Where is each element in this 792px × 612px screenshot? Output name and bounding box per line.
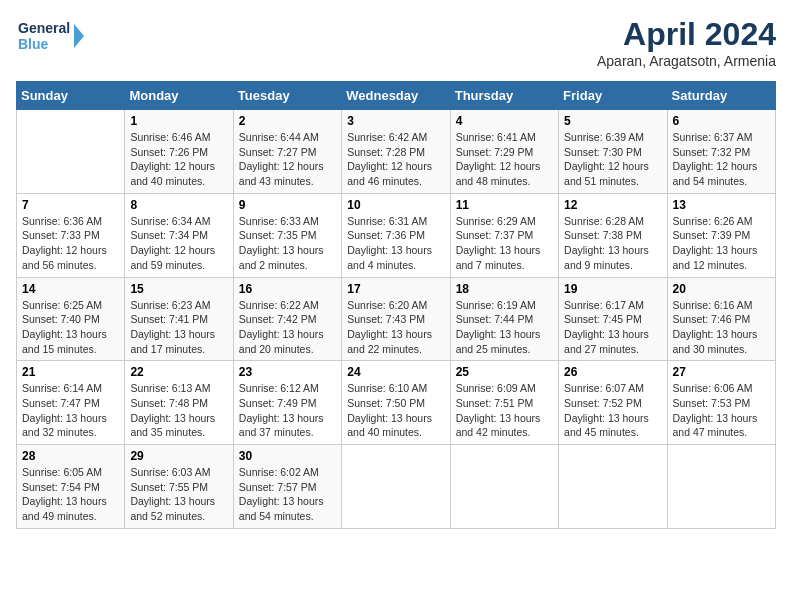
- day-number: 20: [673, 282, 770, 296]
- calendar-cell: 6Sunrise: 6:37 AM Sunset: 7:32 PM Daylig…: [667, 110, 775, 194]
- title-block: April 2024 Aparan, Aragatsotn, Armenia: [597, 16, 776, 69]
- day-number: 17: [347, 282, 444, 296]
- day-info: Sunrise: 6:29 AM Sunset: 7:37 PM Dayligh…: [456, 214, 553, 273]
- day-info: Sunrise: 6:09 AM Sunset: 7:51 PM Dayligh…: [456, 381, 553, 440]
- calendar-cell: [342, 445, 450, 529]
- calendar-cell: 22Sunrise: 6:13 AM Sunset: 7:48 PM Dayli…: [125, 361, 233, 445]
- day-number: 30: [239, 449, 336, 463]
- day-number: 5: [564, 114, 661, 128]
- day-info: Sunrise: 6:13 AM Sunset: 7:48 PM Dayligh…: [130, 381, 227, 440]
- day-info: Sunrise: 6:46 AM Sunset: 7:26 PM Dayligh…: [130, 130, 227, 189]
- calendar-cell: 15Sunrise: 6:23 AM Sunset: 7:41 PM Dayli…: [125, 277, 233, 361]
- day-info: Sunrise: 6:20 AM Sunset: 7:43 PM Dayligh…: [347, 298, 444, 357]
- day-number: 22: [130, 365, 227, 379]
- svg-text:General: General: [18, 20, 70, 36]
- calendar-cell: 26Sunrise: 6:07 AM Sunset: 7:52 PM Dayli…: [559, 361, 667, 445]
- logo: General Blue: [16, 16, 86, 56]
- day-info: Sunrise: 6:07 AM Sunset: 7:52 PM Dayligh…: [564, 381, 661, 440]
- day-info: Sunrise: 6:22 AM Sunset: 7:42 PM Dayligh…: [239, 298, 336, 357]
- day-number: 21: [22, 365, 119, 379]
- svg-text:Blue: Blue: [18, 36, 49, 52]
- day-header-wednesday: Wednesday: [342, 82, 450, 110]
- day-info: Sunrise: 6:10 AM Sunset: 7:50 PM Dayligh…: [347, 381, 444, 440]
- calendar-cell: [559, 445, 667, 529]
- day-number: 14: [22, 282, 119, 296]
- calendar-table: SundayMondayTuesdayWednesdayThursdayFrid…: [16, 81, 776, 529]
- day-info: Sunrise: 6:25 AM Sunset: 7:40 PM Dayligh…: [22, 298, 119, 357]
- week-row-2: 7Sunrise: 6:36 AM Sunset: 7:33 PM Daylig…: [17, 193, 776, 277]
- day-number: 6: [673, 114, 770, 128]
- day-number: 24: [347, 365, 444, 379]
- day-number: 28: [22, 449, 119, 463]
- day-info: Sunrise: 6:36 AM Sunset: 7:33 PM Dayligh…: [22, 214, 119, 273]
- calendar-cell: 24Sunrise: 6:10 AM Sunset: 7:50 PM Dayli…: [342, 361, 450, 445]
- day-info: Sunrise: 6:39 AM Sunset: 7:30 PM Dayligh…: [564, 130, 661, 189]
- page-header: General Blue April 2024 Aparan, Aragatso…: [16, 16, 776, 69]
- day-number: 4: [456, 114, 553, 128]
- day-info: Sunrise: 6:03 AM Sunset: 7:55 PM Dayligh…: [130, 465, 227, 524]
- calendar-cell: 19Sunrise: 6:17 AM Sunset: 7:45 PM Dayli…: [559, 277, 667, 361]
- day-header-thursday: Thursday: [450, 82, 558, 110]
- day-number: 19: [564, 282, 661, 296]
- day-number: 3: [347, 114, 444, 128]
- day-info: Sunrise: 6:23 AM Sunset: 7:41 PM Dayligh…: [130, 298, 227, 357]
- day-number: 2: [239, 114, 336, 128]
- calendar-cell: 30Sunrise: 6:02 AM Sunset: 7:57 PM Dayli…: [233, 445, 341, 529]
- calendar-cell: 28Sunrise: 6:05 AM Sunset: 7:54 PM Dayli…: [17, 445, 125, 529]
- day-info: Sunrise: 6:05 AM Sunset: 7:54 PM Dayligh…: [22, 465, 119, 524]
- day-info: Sunrise: 6:34 AM Sunset: 7:34 PM Dayligh…: [130, 214, 227, 273]
- day-header-sunday: Sunday: [17, 82, 125, 110]
- calendar-cell: 3Sunrise: 6:42 AM Sunset: 7:28 PM Daylig…: [342, 110, 450, 194]
- calendar-cell: 11Sunrise: 6:29 AM Sunset: 7:37 PM Dayli…: [450, 193, 558, 277]
- calendar-cell: 18Sunrise: 6:19 AM Sunset: 7:44 PM Dayli…: [450, 277, 558, 361]
- header-row: SundayMondayTuesdayWednesdayThursdayFrid…: [17, 82, 776, 110]
- day-number: 15: [130, 282, 227, 296]
- calendar-cell: 20Sunrise: 6:16 AM Sunset: 7:46 PM Dayli…: [667, 277, 775, 361]
- day-number: 7: [22, 198, 119, 212]
- day-info: Sunrise: 6:26 AM Sunset: 7:39 PM Dayligh…: [673, 214, 770, 273]
- day-number: 27: [673, 365, 770, 379]
- calendar-cell: 12Sunrise: 6:28 AM Sunset: 7:38 PM Dayli…: [559, 193, 667, 277]
- day-info: Sunrise: 6:02 AM Sunset: 7:57 PM Dayligh…: [239, 465, 336, 524]
- calendar-cell: 7Sunrise: 6:36 AM Sunset: 7:33 PM Daylig…: [17, 193, 125, 277]
- calendar-cell: 29Sunrise: 6:03 AM Sunset: 7:55 PM Dayli…: [125, 445, 233, 529]
- day-header-friday: Friday: [559, 82, 667, 110]
- calendar-cell: 25Sunrise: 6:09 AM Sunset: 7:51 PM Dayli…: [450, 361, 558, 445]
- day-header-saturday: Saturday: [667, 82, 775, 110]
- day-info: Sunrise: 6:37 AM Sunset: 7:32 PM Dayligh…: [673, 130, 770, 189]
- day-info: Sunrise: 6:12 AM Sunset: 7:49 PM Dayligh…: [239, 381, 336, 440]
- day-number: 13: [673, 198, 770, 212]
- day-info: Sunrise: 6:28 AM Sunset: 7:38 PM Dayligh…: [564, 214, 661, 273]
- day-number: 12: [564, 198, 661, 212]
- day-number: 18: [456, 282, 553, 296]
- day-info: Sunrise: 6:19 AM Sunset: 7:44 PM Dayligh…: [456, 298, 553, 357]
- day-info: Sunrise: 6:06 AM Sunset: 7:53 PM Dayligh…: [673, 381, 770, 440]
- day-info: Sunrise: 6:16 AM Sunset: 7:46 PM Dayligh…: [673, 298, 770, 357]
- calendar-cell: 9Sunrise: 6:33 AM Sunset: 7:35 PM Daylig…: [233, 193, 341, 277]
- calendar-cell: 5Sunrise: 6:39 AM Sunset: 7:30 PM Daylig…: [559, 110, 667, 194]
- day-number: 11: [456, 198, 553, 212]
- day-info: Sunrise: 6:44 AM Sunset: 7:27 PM Dayligh…: [239, 130, 336, 189]
- day-info: Sunrise: 6:14 AM Sunset: 7:47 PM Dayligh…: [22, 381, 119, 440]
- day-number: 9: [239, 198, 336, 212]
- calendar-cell: [450, 445, 558, 529]
- calendar-cell: 1Sunrise: 6:46 AM Sunset: 7:26 PM Daylig…: [125, 110, 233, 194]
- day-info: Sunrise: 6:17 AM Sunset: 7:45 PM Dayligh…: [564, 298, 661, 357]
- calendar-cell: 10Sunrise: 6:31 AM Sunset: 7:36 PM Dayli…: [342, 193, 450, 277]
- day-header-tuesday: Tuesday: [233, 82, 341, 110]
- calendar-cell: 23Sunrise: 6:12 AM Sunset: 7:49 PM Dayli…: [233, 361, 341, 445]
- day-number: 25: [456, 365, 553, 379]
- week-row-4: 21Sunrise: 6:14 AM Sunset: 7:47 PM Dayli…: [17, 361, 776, 445]
- month-title: April 2024: [597, 16, 776, 53]
- week-row-1: 1Sunrise: 6:46 AM Sunset: 7:26 PM Daylig…: [17, 110, 776, 194]
- day-info: Sunrise: 6:42 AM Sunset: 7:28 PM Dayligh…: [347, 130, 444, 189]
- week-row-3: 14Sunrise: 6:25 AM Sunset: 7:40 PM Dayli…: [17, 277, 776, 361]
- day-number: 29: [130, 449, 227, 463]
- day-number: 23: [239, 365, 336, 379]
- calendar-cell: 27Sunrise: 6:06 AM Sunset: 7:53 PM Dayli…: [667, 361, 775, 445]
- day-number: 1: [130, 114, 227, 128]
- day-number: 10: [347, 198, 444, 212]
- logo-svg: General Blue: [16, 16, 86, 56]
- day-info: Sunrise: 6:33 AM Sunset: 7:35 PM Dayligh…: [239, 214, 336, 273]
- calendar-cell: 2Sunrise: 6:44 AM Sunset: 7:27 PM Daylig…: [233, 110, 341, 194]
